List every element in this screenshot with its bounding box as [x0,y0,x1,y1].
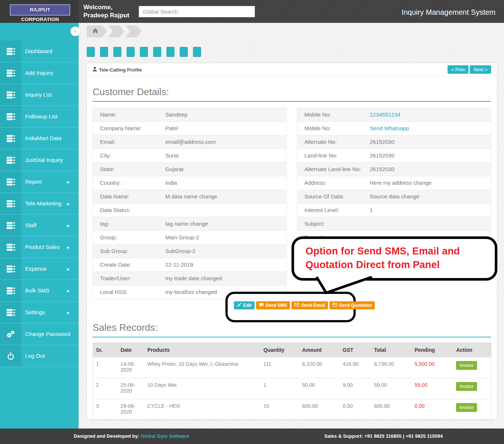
logo-zone: RAJPUT CORPORATION [0,0,79,23]
detail-row: Interest Level: 1 [297,204,491,217]
top-header: RAJPUT CORPORATION Welcome, Pradeep Rajp… [0,0,504,23]
send-email-button[interactable]: Send Email [291,301,328,309]
cell-total: 59.00 [371,378,412,399]
column-header-date: Date [117,343,144,357]
sidebar-item-expense[interactable]: Expense ▶ [0,258,79,280]
detail-row: Trader/User: my trade data changed [93,272,286,285]
home-icon [93,25,98,37]
cell-amount: 50.00 [299,378,340,399]
toolbar-button-follow-up-list[interactable] [140,47,148,57]
cell-products: 10 Days Wei [144,378,260,399]
footer-credit-prefix: Designed and Developed by: [74,433,141,439]
sidebar-item-log-out[interactable]: Log Out [0,345,79,367]
chevron-right-icon: ▶ [67,193,70,215]
sidebar-item-label: Expense [25,258,46,280]
list-icon [0,215,21,236]
person-icon [93,67,97,73]
edit-button[interactable]: Edit [234,301,255,309]
toolbar-button-inquiry-list[interactable] [100,47,108,57]
sidebar-collapse-button[interactable]: ‹ [70,27,80,36]
global-search-input[interactable] [139,6,255,17]
sidebar-item-product-sales[interactable]: Product Sales ▶ [0,236,79,258]
detail-value: india [165,176,177,190]
sidebar-item-followup-list[interactable]: Followup List [0,106,79,128]
send-quotation-button[interactable]: Send Quotation [329,301,375,309]
next-button[interactable]: Next » [470,65,491,74]
detail-value-link[interactable]: 1234551234 [370,108,400,121]
gears-icon [0,323,21,345]
toolbar-button-module-settings[interactable] [166,47,175,57]
cell-gst: 416.00 [340,357,371,378]
sidebar-item-indiamart-data[interactable]: IndiaMart Data [0,128,79,149]
column-header-amount: Amount [299,343,340,357]
invoice-button[interactable]: Invoice [456,403,477,412]
invoice-button[interactable]: Invoice [456,361,477,370]
detail-value: Surat [165,149,179,162]
detail-value: Gujarat [165,163,183,176]
sidebar-item-settings[interactable]: Settings ▶ [0,302,79,323]
sidebar-item-add-inquiry[interactable]: Add Inquiry [0,62,79,84]
cell-quantity: 1 [260,378,299,399]
welcome-text: Welcome, Pradeep Rajput [83,3,130,20]
detail-value-link[interactable]: Send Whatsapp [370,122,409,135]
chevron-right-icon: ▶ [67,215,70,236]
sidebar-item-justdial-inquiry[interactable]: JustDial Inquiry [0,149,79,171]
sales-table-header-row: Sr.DateProductsQuantityAmountGSTTotalPen… [93,343,491,357]
toolbar-button-sales-list[interactable] [193,47,201,57]
toolbar-button-not-interested-list[interactable] [153,47,161,57]
list-icon [0,41,21,62]
detail-label: Alternate Land-line No: [297,163,370,176]
sidebar-item-change-password[interactable]: Change Password [0,323,79,345]
footer-support: Sales & Support: +91 9825 116855 | +91 9… [324,429,443,444]
detail-row: Alternate No: 26152030 [297,135,491,149]
comment-icon [259,303,264,308]
envelope-icon [332,303,337,308]
sidebar-item-inquiry-list[interactable]: Inquiry List [0,84,79,106]
prev-button[interactable]: « Prev [448,65,469,74]
list-icon [0,128,21,149]
column-header-quantity: Quantity [260,343,299,357]
invoice-button[interactable]: Invoice [456,382,477,391]
list-icon [0,236,21,258]
detail-row: Name: Sandeep [93,108,286,122]
sidebar-item-bulk-sms[interactable]: Bulk SMS ▶ [0,280,79,302]
send-sms-button[interactable]: Send SMS [256,301,290,309]
detail-label: Email: [93,135,165,149]
sidebar-item-dashboard[interactable]: Dashboard [0,41,79,62]
toolbar-button-walkin-list[interactable] [180,47,188,57]
cell-sr: 3 [93,399,118,420]
sidebar-item-staff[interactable]: Staff ▶ [0,215,79,236]
detail-label: Mobile No: [297,108,370,121]
toolbar-button-duplicate-entry-list[interactable] [127,47,135,57]
cell-products: Whey Protei, 10 Days Wei, L-Glutamine [144,357,260,378]
sidebar-item-report[interactable]: Report ▶ [0,171,79,193]
toolbar-button-add-inquiry[interactable] [87,47,95,57]
sidebar-item-label: Report [25,171,42,192]
list-icon [0,171,21,192]
breadcrumb-home[interactable] [87,25,107,37]
breadcrumb-item-tele-marketing[interactable] [108,25,124,37]
detail-value: Here my address change [370,176,432,190]
details-right-column: Mobile No: 1234551234 Mobile No: Send Wh… [297,108,491,244]
detail-value: tag name change [165,217,208,230]
detail-label: Source Of Data: [297,190,370,203]
chevron-right-icon: ▶ [67,280,70,302]
detail-row: Local HSS: my localhss changed [93,285,286,299]
detail-value: 26152030 [370,149,394,162]
footer-credit-link[interactable]: Global Gym Software [141,433,189,439]
sales-record-row: 3 29-06-2020 CYCLE - HER 10 600.00 0.00 … [93,399,491,420]
detail-value: 1 [370,204,373,217]
detail-value: Sandeep [165,108,187,121]
list-icon [0,302,21,323]
breadcrumb [87,25,143,37]
cell-date: 14-06-2020 [117,357,144,378]
detail-row: Mobile No: Send Whatsapp [297,122,491,135]
sidebar-item-tele-marketing[interactable]: Tele-Marketing ▶ [0,193,79,215]
cell-action: Invoice [453,399,491,420]
company-logo: RAJPUT CORPORATION [10,4,70,15]
power-icon [0,345,21,367]
toolbar-button-log-report[interactable] [113,47,121,57]
breadcrumb-item-user-details[interactable] [125,25,142,37]
column-header-pending: Pending [412,343,453,357]
action-button-label: Send Email [301,303,325,308]
